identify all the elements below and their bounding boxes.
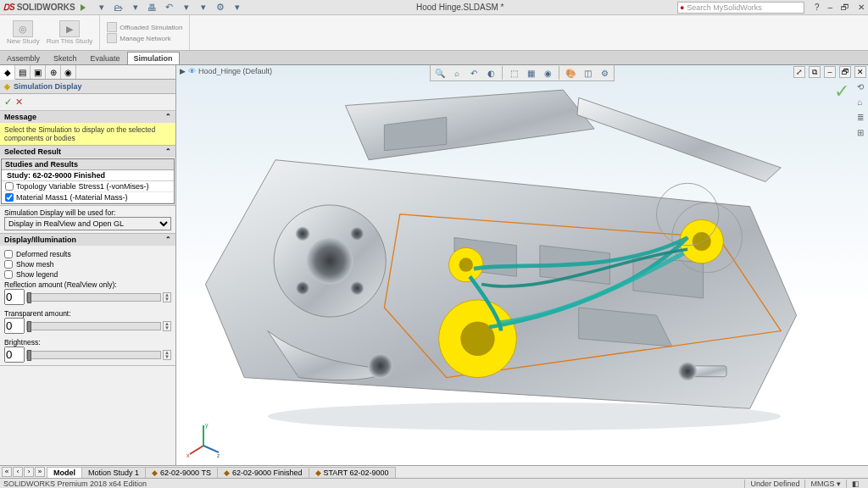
section-usedfor: Simulation Display will be used for: Dis… [0, 206, 175, 234]
display-style-icon[interactable]: ▦ [524, 66, 537, 80]
result-topology[interactable]: Topology Variable Stress1 (-vonMises-) [2, 181, 174, 192]
view-orient-icon[interactable]: ⬚ [507, 66, 520, 80]
reset-icon[interactable]: ⟲ [854, 80, 866, 93]
search-input[interactable]: ● Search MySolidWorks [677, 2, 804, 14]
offloaded-sim-button[interactable]: Offloaded Simulation [107, 22, 182, 32]
tab-next-icon[interactable]: › [24, 467, 34, 477]
save-icon[interactable]: ▾ [130, 2, 142, 14]
open-icon[interactable]: 🗁 [113, 2, 125, 14]
section-selected: Selected Result⌃ Studies and Results Stu… [0, 146, 175, 206]
minimize-icon[interactable]: – [827, 3, 832, 12]
redo-icon[interactable]: ▾ [181, 2, 192, 14]
result-topology-check[interactable] [5, 182, 14, 191]
print-icon[interactable]: 🖶 [147, 2, 159, 14]
restore-icon[interactable]: 🗗 [841, 3, 849, 12]
show-mesh-check[interactable] [4, 260, 13, 269]
tree-study[interactable]: Study: 62-02-9000 Finished [2, 170, 174, 181]
used-for-select[interactable]: Display in RealView and Open GL [4, 217, 171, 230]
brightness-slider[interactable] [26, 351, 161, 359]
section-head-illum[interactable]: Display/Illumination⌃ [0, 234, 175, 246]
status-custom[interactable]: ◧ [846, 480, 865, 488]
tab-evaluate[interactable]: Evaluate [84, 52, 127, 64]
svg-point-0 [268, 402, 781, 430]
tab-last-icon[interactable]: » [35, 467, 45, 477]
apply-scene-icon[interactable]: ◫ [581, 66, 594, 80]
play-icon[interactable] [81, 4, 86, 11]
ds-logo-icon: ᎠS [3, 3, 15, 13]
transparent-slider[interactable] [26, 322, 161, 330]
transparent-spin[interactable]: ▲▼ [163, 321, 171, 331]
result-mass[interactable]: Material Mass1 (-Material Mass-) [2, 192, 174, 203]
deformed-check[interactable] [4, 250, 13, 258]
panel-tab-feature[interactable]: ◆ [0, 65, 15, 80]
svg-text:z: z [217, 452, 220, 458]
new-doc-icon[interactable]: ▾ [96, 2, 108, 14]
close-icon[interactable]: ✕ [858, 3, 865, 12]
tab-simulation[interactable]: Simulation [127, 52, 180, 64]
panel-tab-other[interactable]: ◉ [61, 65, 76, 79]
tab-first-icon[interactable]: « [2, 467, 12, 477]
tab-start[interactable]: ◆START 62-02-9000 [309, 467, 396, 478]
dropdown-icon[interactable]: ▾ [231, 2, 243, 14]
section-illumination: Display/Illumination⌃ Deformed results S… [0, 234, 175, 366]
reflection-slider[interactable] [26, 293, 161, 302]
vp-pop-icon[interactable]: ⤢ [793, 66, 805, 78]
svg-point-21 [693, 232, 711, 251]
svg-point-7 [307, 237, 353, 284]
prev-view-icon[interactable]: ↶ [467, 66, 481, 80]
quick-access-toolbar: ▾ 🗁 ▾ 🖶 ↶ ▾ ▾ ⚙ ▾ [96, 2, 243, 14]
grid-icon[interactable]: ⊞ [854, 126, 866, 139]
view-triad[interactable]: x y z [185, 420, 223, 458]
view-settings-icon[interactable]: ⚙ [598, 66, 611, 80]
tab-prev-icon[interactable]: ‹ [13, 467, 23, 477]
vp-max-icon[interactable]: 🗗 [839, 66, 851, 78]
new-study-button[interactable]: ◎ New Study [7, 20, 40, 45]
hide-show-icon[interactable]: ◉ [541, 66, 554, 80]
brightness-value[interactable] [4, 347, 25, 363]
ok-button[interactable]: ✓ [4, 97, 12, 108]
svg-text:y: y [205, 422, 209, 429]
section-view-icon[interactable]: ◐ [484, 66, 498, 80]
section-head-message[interactable]: Message⌃ [0, 111, 175, 123]
svg-point-12 [368, 353, 392, 378]
show-legend-check[interactable] [4, 270, 13, 279]
home-icon[interactable]: ⌂ [854, 96, 866, 108]
svg-point-8 [296, 227, 310, 241]
used-for-label: Simulation Display will be used for: [4, 208, 171, 217]
brightness-spin[interactable]: ▲▼ [163, 350, 171, 360]
rebuild-icon[interactable]: ▾ [198, 2, 209, 14]
panel-tab-config[interactable]: ▤ [15, 65, 31, 79]
panel-tab-sim[interactable]: ⊕ [46, 65, 61, 79]
tab-ts[interactable]: ◆62-02-9000 TS [145, 467, 218, 478]
vp-dock-icon[interactable]: ⧉ [809, 66, 821, 78]
panel-tabs: ◆ ▤ ▣ ⊕ ◉ [0, 65, 175, 80]
zoom-area-icon[interactable]: ⌕ [450, 66, 464, 80]
reflection-spin[interactable]: ▲▼ [163, 292, 171, 302]
reflection-value[interactable] [4, 289, 25, 305]
help-icon[interactable]: ? [815, 3, 820, 12]
status-units[interactable]: MMGS ▾ [804, 480, 846, 488]
tab-assembly[interactable]: Assembly [0, 52, 47, 64]
section-head-selected[interactable]: Selected Result⌃ [0, 146, 175, 158]
viewport-breadcrumb[interactable]: ▶ 👁 Hood_Hinge (Default) [180, 67, 272, 75]
panel-tab-display[interactable]: ▣ [31, 65, 46, 79]
tab-model[interactable]: Model [47, 467, 82, 478]
transparent-value[interactable] [4, 318, 25, 334]
run-study-button[interactable]: ▶ Run This Study [47, 20, 93, 45]
vp-min-icon[interactable]: – [824, 66, 836, 78]
viewport[interactable]: 🔍 ⌕ ↶ ◐ ⬚ ▦ ◉ 🎨 ◫ ⚙ ⤢ ⧉ – 🗗 ✕ ▶ 👁 Hood_H… [176, 65, 868, 465]
status-edition: SOLIDWORKS Premium 2018 x64 Edition [3, 480, 744, 488]
layers-icon[interactable]: ≣ [854, 111, 866, 124]
help-buttons: ? – 🗗 ✕ [815, 3, 865, 12]
tab-sketch[interactable]: Sketch [47, 52, 84, 64]
undo-icon[interactable]: ↶ [164, 2, 175, 14]
zoom-fit-icon[interactable]: 🔍 [433, 66, 447, 80]
cancel-button[interactable]: ✕ [15, 97, 23, 108]
tab-finished[interactable]: ◆62-02-9000 Finished [217, 467, 309, 478]
tab-motion[interactable]: Motion Study 1 [81, 467, 146, 478]
edit-appearance-icon[interactable]: 🎨 [564, 66, 577, 80]
manage-network-button[interactable]: Manage Network [107, 33, 182, 43]
result-mass-check[interactable] [5, 193, 14, 202]
vp-close-icon[interactable]: ✕ [854, 66, 866, 78]
options-icon[interactable]: ⚙ [214, 2, 226, 14]
